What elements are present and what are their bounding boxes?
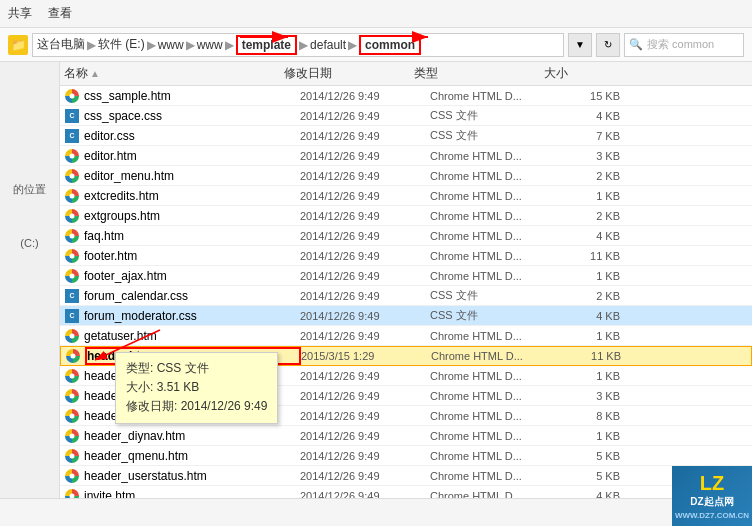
file-date: 2014/12/26 9:49 [300, 330, 430, 342]
file-name: editor_menu.htm [84, 169, 300, 183]
table-row[interactable]: footer_ajax.htm2014/12/26 9:49Chrome HTM… [60, 266, 752, 286]
css-icon: C [64, 288, 80, 304]
file-name: forum_moderator.css [84, 309, 300, 323]
toolbar: 共享 查看 [0, 0, 752, 28]
file-size: 1 KB [560, 330, 620, 342]
file-type: Chrome HTML D... [430, 430, 560, 442]
chrome-icon [64, 188, 80, 204]
file-name: forum_calendar.css [84, 289, 300, 303]
file-date: 2015/3/15 1:29 [301, 350, 431, 362]
col-header-date[interactable]: 修改日期 [284, 65, 414, 82]
table-row[interactable]: editor_menu.htm2014/12/26 9:49Chrome HTM… [60, 166, 752, 186]
file-date: 2014/12/26 9:49 [300, 130, 430, 142]
file-type: CSS 文件 [430, 288, 560, 303]
file-date: 2014/12/26 9:49 [300, 490, 430, 499]
file-name: editor.htm [84, 149, 300, 163]
col-header-type[interactable]: 类型 [414, 65, 544, 82]
folder-icon: 📁 [8, 35, 28, 55]
table-row[interactable]: invite.htm2014/12/26 9:49Chrome HTML D..… [60, 486, 752, 498]
file-size: 1 KB [560, 430, 620, 442]
address-dropdown-btn[interactable]: ▼ [568, 33, 592, 57]
breadcrumb-drive: 软件 (E:) [98, 36, 145, 53]
table-row[interactable]: css_sample.htm2014/12/26 9:49Chrome HTML… [60, 86, 752, 106]
table-row[interactable]: footer.htm2014/12/26 9:49Chrome HTML D..… [60, 246, 752, 266]
watermark: LZ DZ起点网 WWW.DZ7.COM.CN [672, 466, 752, 526]
file-type: Chrome HTML D... [430, 270, 560, 282]
column-headers: 名称 ▲ 修改日期 类型 大小 [60, 62, 752, 86]
toolbar-view[interactable]: 查看 [48, 5, 72, 22]
breadcrumb-default: default [310, 38, 346, 52]
file-type: Chrome HTML D... [430, 250, 560, 262]
breadcrumb-computer: 这台电脑 [37, 36, 85, 53]
file-date: 2014/12/26 9:49 [300, 470, 430, 482]
file-type: Chrome HTML D... [430, 330, 560, 342]
file-name: getatuser.htm [84, 329, 300, 343]
chrome-icon [64, 228, 80, 244]
chrome-icon [64, 428, 80, 444]
table-row[interactable]: header_qmenu.htm2014/12/26 9:49Chrome HT… [60, 446, 752, 466]
watermark-url: WWW.DZ7.COM.CN [675, 511, 749, 520]
file-name: css_sample.htm [84, 89, 300, 103]
table-row[interactable]: Cforum_calendar.css2014/12/26 9:49CSS 文件… [60, 286, 752, 306]
table-row[interactable]: Ccss_space.css2014/12/26 9:49CSS 文件4 KB [60, 106, 752, 126]
file-size: 1 KB [560, 190, 620, 202]
file-type: Chrome HTML D... [430, 230, 560, 242]
chrome-icon [65, 348, 81, 364]
chrome-icon [64, 248, 80, 264]
table-row[interactable]: editor.htm2014/12/26 9:49Chrome HTML D..… [60, 146, 752, 166]
search-box[interactable]: 🔍 搜索 common [624, 33, 744, 57]
breadcrumb-www1: www [158, 38, 184, 52]
search-icon: 🔍 [629, 38, 643, 51]
file-type: CSS 文件 [430, 108, 560, 123]
file-date: 2014/12/26 9:49 [300, 310, 430, 322]
breadcrumb-template[interactable]: template [236, 35, 297, 55]
table-row[interactable]: faq.htm2014/12/26 9:49Chrome HTML D...4 … [60, 226, 752, 246]
table-row[interactable]: extgroups.htm2014/12/26 9:49Chrome HTML … [60, 206, 752, 226]
file-name: faq.htm [84, 229, 300, 243]
table-row[interactable]: header_userstatus.htm2014/12/26 9:49Chro… [60, 466, 752, 486]
file-size: 15 KB [560, 90, 620, 102]
table-row[interactable]: extcredits.htm2014/12/26 9:49Chrome HTML… [60, 186, 752, 206]
file-date: 2014/12/26 9:49 [300, 190, 430, 202]
file-name: header_qmenu.htm [84, 449, 300, 463]
chrome-icon [64, 168, 80, 184]
file-type: Chrome HTML D... [430, 450, 560, 462]
address-breadcrumb[interactable]: 这台电脑 ▶ 软件 (E:) ▶ www ▶ www ▶ template ▶ … [32, 33, 564, 57]
file-size: 3 KB [560, 390, 620, 402]
col-header-size[interactable]: 大小 [544, 65, 604, 82]
file-name: extgroups.htm [84, 209, 300, 223]
file-date: 2014/12/26 9:49 [300, 90, 430, 102]
file-size: 1 KB [560, 270, 620, 282]
left-sidebar: 的位置 (C:) [0, 62, 60, 498]
file-type: Chrome HTML D... [430, 390, 560, 402]
file-tooltip: 类型: CSS 文件 大小: 3.51 KB 修改日期: 2014/12/26 … [115, 352, 278, 424]
toolbar-share[interactable]: 共享 [8, 5, 32, 22]
table-row[interactable]: header_diynav.htm2014/12/26 9:49Chrome H… [60, 426, 752, 446]
sidebar-drive-label: (C:) [4, 237, 55, 249]
file-size: 5 KB [560, 470, 620, 482]
chrome-icon [64, 468, 80, 484]
file-date: 2014/12/26 9:49 [300, 270, 430, 282]
breadcrumb-common[interactable]: common [359, 35, 421, 55]
table-row[interactable]: Cforum_moderator.css2014/12/26 9:49CSS 文… [60, 306, 752, 326]
file-name: extcredits.htm [84, 189, 300, 203]
file-size: 4 KB [560, 230, 620, 242]
table-row[interactable]: Ceditor.css2014/12/26 9:49CSS 文件7 KB [60, 126, 752, 146]
file-type: Chrome HTML D... [430, 150, 560, 162]
table-row[interactable]: getatuser.htm2014/12/26 9:49Chrome HTML … [60, 326, 752, 346]
col-header-name[interactable]: 名称 ▲ [64, 65, 284, 82]
file-size: 3 KB [560, 150, 620, 162]
file-type: Chrome HTML D... [430, 170, 560, 182]
css-icon: C [64, 128, 80, 144]
chrome-icon [64, 268, 80, 284]
file-date: 2014/12/26 9:49 [300, 210, 430, 222]
file-type: Chrome HTML D... [430, 410, 560, 422]
tooltip-date: 修改日期: 2014/12/26 9:49 [126, 397, 267, 416]
file-name: footer.htm [84, 249, 300, 263]
file-date: 2014/12/26 9:49 [300, 450, 430, 462]
file-size: 4 KB [560, 310, 620, 322]
file-name: header_userstatus.htm [84, 469, 300, 483]
file-date: 2014/12/26 9:49 [300, 110, 430, 122]
address-refresh-btn[interactable]: ↻ [596, 33, 620, 57]
file-name: invite.htm [84, 489, 300, 499]
